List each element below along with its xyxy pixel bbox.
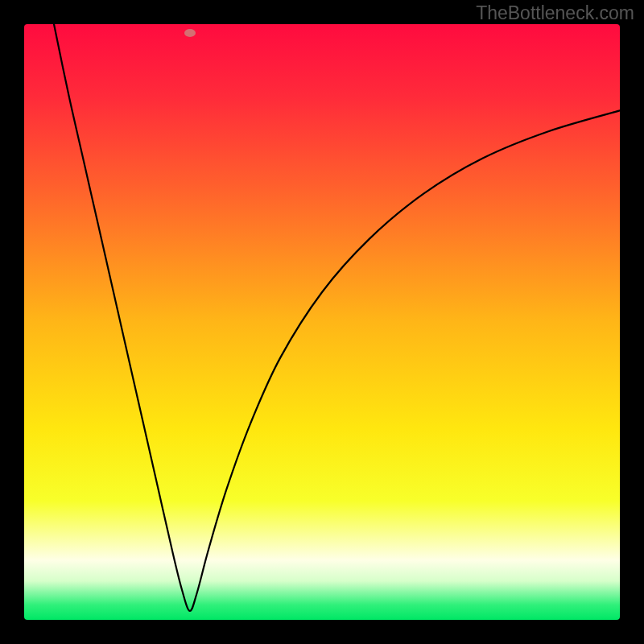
watermark-text: TheBottleneck.com	[476, 2, 634, 24]
plot-area	[24, 24, 620, 620]
chart-frame: TheBottleneck.com	[0, 0, 644, 644]
bottleneck-curve	[24, 24, 620, 620]
minimum-marker	[184, 29, 196, 37]
